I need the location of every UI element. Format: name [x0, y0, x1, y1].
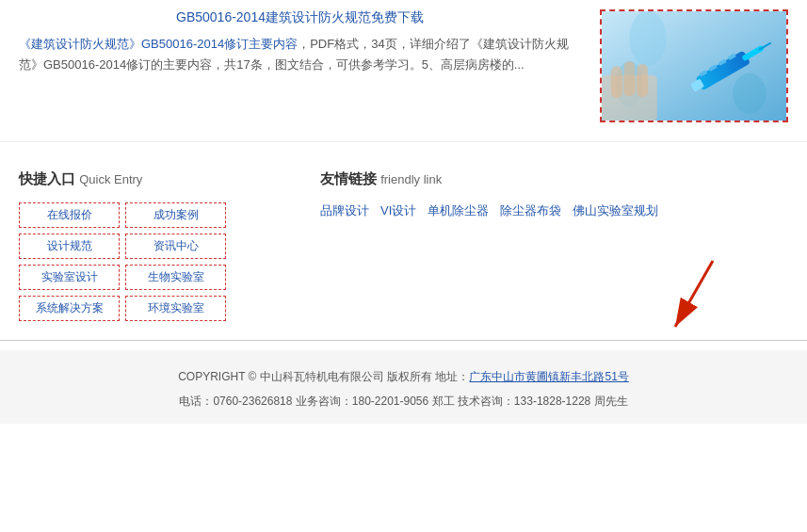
friendly-link-list: 品牌设计 VI设计 单机除尘器 除尘器布袋 佛山实验室规划	[320, 202, 788, 219]
quick-item-design-spec[interactable]: 设计规范	[19, 234, 120, 259]
article-left: GB50016-2014建筑设计防火规范免费下载 《建筑设计防火规范》GB500…	[19, 9, 581, 122]
article-body: 《建筑设计防火规范》GB50016-2014修订主要内容，PDF格式，34页，详…	[19, 34, 581, 75]
quick-item-system-solution[interactable]: 系统解决方案	[19, 296, 120, 321]
friendly-link-foshan-lab[interactable]: 佛山实验室规划	[573, 202, 658, 219]
quick-item-lab-design[interactable]: 实验室设计	[19, 265, 120, 290]
article-image	[600, 9, 788, 122]
article-title-link[interactable]: GB50016-2014建筑设计防火规范免费下载	[176, 9, 424, 24]
footer-line1: COPYRIGHT © 中山科瓦特机电有限公司 版权所有 地址：广东中山市黄圃镇…	[19, 365, 788, 388]
footer-line2: 电话：0760-23626818 业务咨询：180-2201-9056 郑工 技…	[19, 390, 788, 412]
quick-item-bio-lab[interactable]: 生物实验室	[125, 265, 226, 290]
quick-entry-title-en: Quick Entry	[79, 172, 142, 186]
svg-line-17	[675, 261, 713, 327]
friendly-link-dust-bag[interactable]: 除尘器布袋	[500, 202, 561, 219]
quick-item-news-center[interactable]: 资讯中心	[125, 234, 226, 259]
quick-entry-grid: 在线报价 成功案例 设计规范 资讯中心 实验室设计 生物实验室 系统解决方案 环…	[19, 202, 226, 321]
friendly-links-title: 友情链接 friendly link	[320, 170, 788, 188]
quick-entry: 快捷入口 Quick Entry 在线报价 成功案例 设计规范 资讯中心 实验室…	[19, 170, 282, 321]
svg-rect-14	[624, 61, 636, 96]
quick-item-env-lab[interactable]: 环境实验室	[125, 296, 226, 321]
friendly-link-brand-design[interactable]: 品牌设计	[320, 202, 369, 219]
article-image-inner	[602, 11, 786, 121]
lab-image-svg	[602, 9, 786, 122]
svg-rect-15	[637, 64, 648, 97]
quick-entry-title: 快捷入口 Quick Entry	[19, 170, 282, 188]
quick-item-online-quote[interactable]: 在线报价	[19, 202, 120, 228]
article-body-link1[interactable]: 《建筑设计防火规范》	[19, 37, 141, 51]
svg-point-9	[629, 10, 666, 66]
quick-item-success-cases[interactable]: 成功案例	[125, 202, 226, 228]
friendly-link-dust-collector[interactable]: 单机除尘器	[428, 202, 489, 219]
footer-copyright: COPYRIGHT © 中山科瓦特机电有限公司 版权所有 地址：	[178, 370, 469, 383]
article-title: GB50016-2014建筑设计防火规范免费下载	[19, 9, 581, 26]
svg-point-11	[733, 73, 766, 114]
footer-address-link[interactable]: 广东中山市黄圃镇新丰北路51号	[469, 370, 628, 383]
article-section: GB50016-2014建筑设计防火规范免费下载 《建筑设计防火规范》GB500…	[0, 0, 807, 142]
friendly-link-vi-design[interactable]: VI设计	[380, 202, 416, 219]
footer: COPYRIGHT © 中山科瓦特机电有限公司 版权所有 地址：广东中山市黄圃镇…	[0, 350, 807, 424]
svg-rect-13	[611, 66, 622, 98]
friendly-links-title-en: friendly link	[380, 172, 442, 186]
red-arrow-svg	[638, 251, 751, 346]
article-body-link2[interactable]: GB50016-2014修订主要内容	[141, 37, 298, 51]
